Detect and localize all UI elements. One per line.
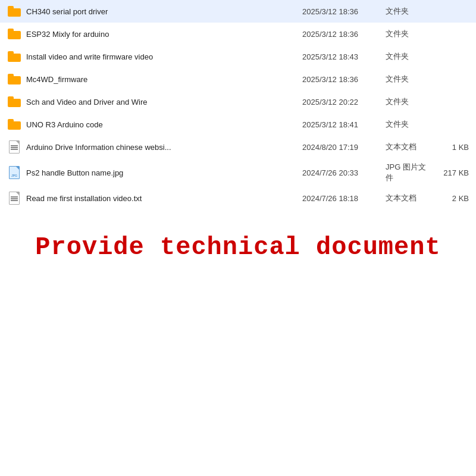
file-size: 1 KB xyxy=(433,143,469,152)
file-date: 2024/7/26 20:33 xyxy=(302,168,386,177)
file-type: 文件夹 xyxy=(386,6,433,17)
file-date: 2025/3/12 18:43 xyxy=(302,52,386,61)
file-name: Install video and write firmware video xyxy=(26,52,302,61)
file-name: Mc4WD_firmware xyxy=(26,75,302,84)
file-size: 217 KB xyxy=(433,168,469,177)
file-name: Sch and Video and Driver and Wire xyxy=(26,98,302,107)
file-type: 文件夹 xyxy=(386,29,433,39)
file-type: 文件夹 xyxy=(386,119,433,130)
file-row[interactable]: JPG Ps2 handle Button name.jpg 2024/7/26… xyxy=(0,158,476,187)
file-type: JPG 图片文件 xyxy=(386,162,433,183)
file-date: 2025/3/12 18:36 xyxy=(302,7,386,16)
file-date: 2024/7/26 18:18 xyxy=(302,194,386,203)
provide-technical-banner: Provide technical document xyxy=(0,227,476,268)
file-list: CH340 serial port driver 2025/3/12 18:36… xyxy=(0,0,476,209)
file-name: Arduino Drive Information chinese websi.… xyxy=(26,143,302,152)
folder-icon xyxy=(7,49,21,64)
file-row[interactable]: CH340 serial port driver 2025/3/12 18:36… xyxy=(0,0,476,23)
file-date: 2025/3/12 20:22 xyxy=(302,98,386,107)
file-row[interactable]: Arduino Drive Information chinese websi.… xyxy=(0,136,476,158)
txt-icon xyxy=(7,140,21,154)
file-date: 2025/3/12 18:36 xyxy=(302,30,386,39)
file-row[interactable]: Read me first installation video.txt 202… xyxy=(0,187,476,209)
file-name: UNO R3 Arduino code xyxy=(26,120,302,129)
file-date: 2025/3/12 18:41 xyxy=(302,120,386,129)
file-type: 文件夹 xyxy=(386,96,433,107)
file-row[interactable]: Mc4WD_firmware 2025/3/12 18:36 文件夹 xyxy=(0,68,476,90)
folder-icon xyxy=(7,72,21,86)
folder-icon xyxy=(7,4,21,18)
file-row[interactable]: ESP32 Mixly for arduino 2025/3/12 18:36 … xyxy=(0,23,476,45)
folder-icon xyxy=(7,95,21,109)
file-type: 文件夹 xyxy=(386,51,433,62)
folder-icon xyxy=(7,27,21,41)
file-type: 文本文档 xyxy=(386,193,433,203)
folder-icon xyxy=(7,117,21,131)
jpg-icon: JPG xyxy=(7,165,21,180)
file-type: 文本文档 xyxy=(386,142,433,152)
file-size: 2 KB xyxy=(433,194,469,203)
file-name: ESP32 Mixly for arduino xyxy=(26,30,302,39)
file-name: Ps2 handle Button name.jpg xyxy=(26,168,302,177)
file-type: 文件夹 xyxy=(386,74,433,84)
file-row[interactable]: UNO R3 Arduino code 2025/3/12 18:41 文件夹 xyxy=(0,113,476,136)
file-date: 2024/8/20 17:19 xyxy=(302,143,386,152)
file-row[interactable]: Install video and write firmware video 2… xyxy=(0,45,476,68)
file-explorer: CH340 serial port driver 2025/3/12 18:36… xyxy=(0,0,476,209)
file-row[interactable]: Sch and Video and Driver and Wire 2025/3… xyxy=(0,90,476,113)
file-name: CH340 serial port driver xyxy=(26,7,302,16)
txt-icon xyxy=(7,191,21,205)
file-date: 2025/3/12 18:36 xyxy=(302,75,386,84)
file-name: Read me first installation video.txt xyxy=(26,194,302,203)
